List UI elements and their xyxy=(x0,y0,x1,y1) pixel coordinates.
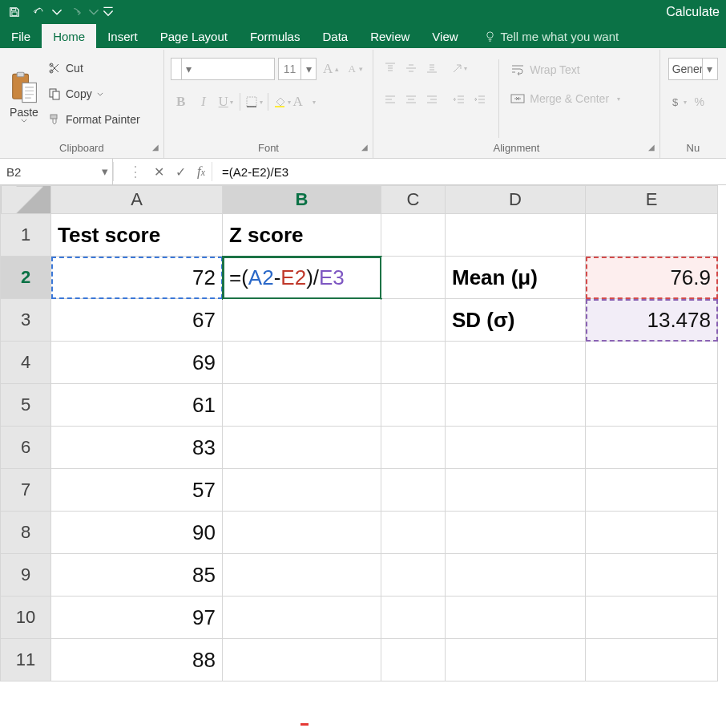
row-header-1[interactable]: 1 xyxy=(1,214,51,257)
cell-A9[interactable]: 85 xyxy=(51,554,223,597)
number-format-select[interactable]: General ▾ xyxy=(668,58,718,80)
cell-E9[interactable] xyxy=(586,554,718,597)
row-header-6[interactable]: 6 xyxy=(1,427,51,469)
copy-button[interactable]: Copy xyxy=(45,82,143,106)
cell-B11[interactable] xyxy=(223,639,381,681)
tab-data[interactable]: Data xyxy=(311,24,359,48)
col-header-B[interactable]: B xyxy=(223,186,381,214)
cut-button[interactable]: Cut xyxy=(45,56,143,80)
accounting-format-button[interactable]: $▾ xyxy=(668,91,689,112)
col-header-C[interactable]: C xyxy=(381,186,446,214)
cell-E7[interactable] xyxy=(586,469,718,512)
cell-A10[interactable]: 97 xyxy=(51,597,223,639)
cell-C6[interactable] xyxy=(381,427,446,469)
select-all-corner[interactable] xyxy=(1,186,51,214)
spreadsheet-grid[interactable]: A B C D E 1 Test score Z score 2 72 =(A2… xyxy=(0,185,726,681)
cell-D7[interactable] xyxy=(446,469,586,512)
cell-A3[interactable]: 67 xyxy=(51,299,223,342)
name-box-dropdown[interactable]: ▾ xyxy=(98,159,112,184)
cell-B6[interactable] xyxy=(223,427,381,469)
cell-A7[interactable]: 57 xyxy=(51,469,223,512)
cell-D11[interactable] xyxy=(446,639,586,681)
dialog-launcher[interactable]: ◢ xyxy=(152,143,159,152)
row-header-10[interactable]: 10 xyxy=(1,597,51,639)
tab-page-layout[interactable]: Page Layout xyxy=(149,24,239,48)
orientation-button[interactable]: ▾ xyxy=(449,58,470,79)
row-header-7[interactable]: 7 xyxy=(1,469,51,512)
align-bottom-button[interactable] xyxy=(421,58,442,79)
cell-E11[interactable] xyxy=(586,639,718,681)
cell-C5[interactable] xyxy=(381,384,446,427)
increase-font-button[interactable]: A▴ xyxy=(320,59,341,79)
cell-D2[interactable]: Mean (μ) xyxy=(446,257,586,299)
cell-D10[interactable] xyxy=(446,597,586,639)
tab-review[interactable]: Review xyxy=(359,24,421,48)
formula-input[interactable]: =(A2-E2)/E3 xyxy=(212,159,726,184)
cell-A4[interactable]: 69 xyxy=(51,342,223,384)
cell-D5[interactable] xyxy=(446,384,586,427)
bold-button[interactable]: B xyxy=(171,91,192,112)
cell-B10[interactable] xyxy=(223,597,381,639)
align-top-button[interactable] xyxy=(380,58,401,79)
col-header-E[interactable]: E xyxy=(586,186,718,214)
cell-A5[interactable]: 61 xyxy=(51,384,223,427)
cell-B7[interactable] xyxy=(223,469,381,512)
increase-indent-button[interactable] xyxy=(470,90,490,111)
cell-D8[interactable] xyxy=(446,512,586,554)
underline-button[interactable]: U▾ xyxy=(216,91,236,112)
cell-E1[interactable] xyxy=(586,214,718,257)
align-left-button[interactable] xyxy=(380,90,401,111)
undo-dropdown[interactable] xyxy=(51,1,63,23)
decrease-font-button[interactable]: A▾ xyxy=(344,59,365,79)
cell-C8[interactable] xyxy=(381,512,446,554)
cell-D1[interactable] xyxy=(446,214,586,257)
cell-C4[interactable] xyxy=(381,342,446,384)
cell-C3[interactable] xyxy=(381,299,446,342)
tab-insert[interactable]: Insert xyxy=(96,24,149,48)
col-header-D[interactable]: D xyxy=(446,186,586,214)
tab-home[interactable]: Home xyxy=(42,24,96,48)
dialog-launcher[interactable]: ◢ xyxy=(361,143,368,152)
cell-B2[interactable]: =(A2-E2)/E3 xyxy=(223,257,381,299)
cell-E2[interactable]: 76.9 xyxy=(586,257,718,299)
qat-customize[interactable] xyxy=(101,1,115,23)
align-center-button[interactable] xyxy=(401,90,421,111)
font-size-select[interactable]: 11 ▾ xyxy=(278,58,317,80)
cell-B1[interactable]: Z score xyxy=(223,214,381,257)
cell-D4[interactable] xyxy=(446,342,586,384)
row-header-5[interactable]: 5 xyxy=(1,384,51,427)
cell-E3[interactable]: 13.478 xyxy=(586,299,718,342)
cancel-formula-button[interactable]: ✕ xyxy=(154,164,164,180)
align-right-button[interactable] xyxy=(421,90,442,111)
cell-C11[interactable] xyxy=(381,639,446,681)
cell-B5[interactable] xyxy=(223,384,381,427)
percent-format-button[interactable]: % xyxy=(689,91,710,112)
cell-A6[interactable]: 83 xyxy=(51,427,223,469)
borders-button[interactable]: ▾ xyxy=(244,91,264,112)
cell-D6[interactable] xyxy=(446,427,586,469)
cell-E4[interactable] xyxy=(586,342,718,384)
format-painter-button[interactable]: Format Painter xyxy=(45,107,143,131)
decrease-indent-button[interactable] xyxy=(449,90,470,111)
row-header-11[interactable]: 11 xyxy=(1,639,51,681)
font-color-button[interactable]: A ▾ xyxy=(294,91,315,112)
cell-E6[interactable] xyxy=(586,427,718,469)
row-header-8[interactable]: 8 xyxy=(1,512,51,554)
row-header-4[interactable]: 4 xyxy=(1,342,51,384)
row-header-9[interactable]: 9 xyxy=(1,554,51,597)
undo-button[interactable] xyxy=(27,1,50,23)
name-box[interactable]: B2 xyxy=(0,159,98,184)
cell-C9[interactable] xyxy=(381,554,446,597)
cell-C7[interactable] xyxy=(381,469,446,512)
insert-function-button[interactable]: fx xyxy=(197,164,205,180)
save-button[interactable] xyxy=(3,1,26,23)
cell-E10[interactable] xyxy=(586,597,718,639)
fill-color-button[interactable]: ▾ xyxy=(272,91,292,112)
cell-A8[interactable]: 90 xyxy=(51,512,223,554)
tab-file[interactable]: File xyxy=(0,24,42,48)
row-header-3[interactable]: 3 xyxy=(1,299,51,342)
align-middle-button[interactable] xyxy=(401,58,421,79)
redo-dropdown[interactable] xyxy=(88,1,99,23)
cell-B9[interactable] xyxy=(223,554,381,597)
tab-view[interactable]: View xyxy=(421,24,469,48)
